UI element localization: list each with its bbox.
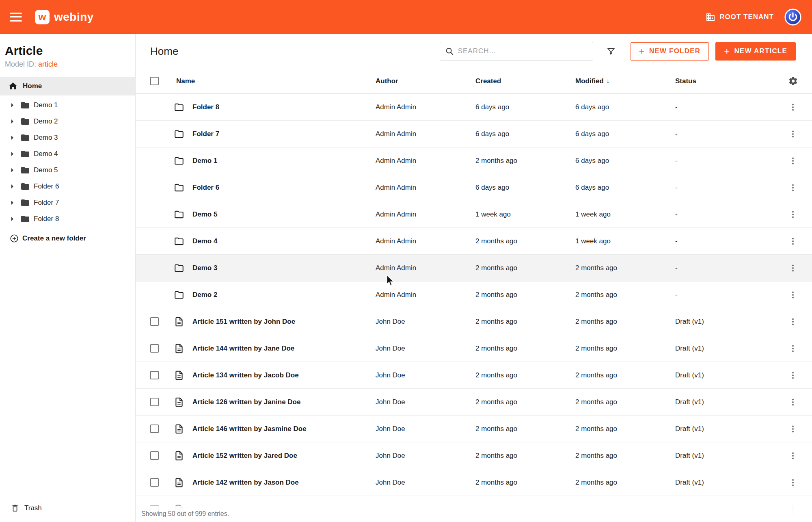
sidebar-folder-item[interactable]: Folder 6 <box>0 178 135 195</box>
chevron-right-icon[interactable] <box>7 165 17 175</box>
sidebar-folder-label: Demo 2 <box>34 117 58 126</box>
row-checkbox-cell <box>150 317 170 326</box>
kebab-menu-icon[interactable] <box>788 424 798 434</box>
row-icon-cell <box>170 156 192 166</box>
kebab-menu-icon[interactable] <box>788 451 798 461</box>
row-name-cell[interactable]: Article 134 written by Jacob Doe <box>192 371 376 379</box>
folder-icon <box>20 182 30 191</box>
row-checkbox[interactable] <box>150 344 159 353</box>
table-row[interactable]: Folder 8 Admin Admin 6 days ago 6 days a… <box>136 94 812 121</box>
funnel-icon <box>606 46 616 56</box>
hamburger-menu-icon[interactable] <box>10 13 22 22</box>
kebab-menu-icon[interactable] <box>788 183 798 193</box>
create-folder-button[interactable]: Create a new folder <box>0 230 135 247</box>
row-name-cell[interactable]: Article 151 written by John Doe <box>192 318 376 326</box>
table-row[interactable]: Demo 2 Admin Admin 2 months ago 2 months… <box>136 282 812 308</box>
kebab-menu-icon[interactable] <box>788 397 798 407</box>
sidebar-item-trash[interactable]: Trash <box>5 500 42 516</box>
row-name-cell[interactable]: Demo 5 <box>192 210 376 219</box>
row-name-cell[interactable]: Demo 3 <box>192 264 376 272</box>
kebab-menu-icon[interactable] <box>788 210 798 219</box>
column-header-modified[interactable]: Modified ↓ <box>575 77 675 85</box>
kebab-menu-icon[interactable] <box>788 129 798 139</box>
row-name-cell[interactable]: Article 142 written by Jason Doe <box>192 479 376 487</box>
webiny-logo[interactable]: w webiny <box>35 10 94 24</box>
row-name-cell[interactable]: Folder 6 <box>192 184 376 192</box>
column-header-created[interactable]: Created <box>475 77 575 85</box>
row-checkbox[interactable] <box>150 317 159 326</box>
sidebar-folder-item[interactable]: Demo 4 <box>0 146 135 162</box>
chevron-right-icon[interactable] <box>7 100 17 110</box>
row-status-badge: - <box>675 130 784 138</box>
chevron-right-icon[interactable] <box>7 198 17 208</box>
table-row[interactable]: Article 152 written by Jared Doe John Do… <box>136 442 812 469</box>
column-header-author[interactable]: Author <box>376 77 475 85</box>
column-header-name[interactable]: Name <box>170 77 376 85</box>
plus-icon: + <box>724 46 730 56</box>
row-name-cell[interactable]: Article 152 written by Jared Doe <box>192 452 376 460</box>
column-header-status[interactable]: Status <box>675 77 784 85</box>
chevron-right-icon[interactable] <box>7 182 17 191</box>
sidebar-folder-item[interactable]: Demo 5 <box>0 162 135 178</box>
kebab-menu-icon[interactable] <box>788 290 798 300</box>
kebab-menu-icon[interactable] <box>788 317 798 327</box>
table-row[interactable]: Article 146 written by Jasmine Doe John … <box>136 416 812 442</box>
table-header-row: Name Author Created Modified ↓ Status <box>136 69 812 94</box>
row-name-cell[interactable]: Article 126 written by Janine Doe <box>192 398 376 406</box>
chevron-right-icon[interactable] <box>7 214 17 224</box>
search-input[interactable] <box>458 47 588 55</box>
row-name-cell[interactable]: Folder 7 <box>192 130 376 138</box>
row-checkbox[interactable] <box>150 398 159 406</box>
row-checkbox[interactable] <box>150 425 159 433</box>
sidebar-item-home[interactable]: Home <box>0 77 135 95</box>
kebab-menu-icon[interactable] <box>788 370 798 380</box>
table-row[interactable]: Demo 1 Admin Admin 2 months ago 6 days a… <box>136 147 812 174</box>
table-row[interactable]: Article 151 written by John Doe John Doe… <box>136 308 812 335</box>
kebab-menu-icon[interactable] <box>788 344 798 353</box>
row-name-cell[interactable]: Article 144 written by Jane Doe <box>192 344 376 353</box>
kebab-menu-icon[interactable] <box>788 156 798 166</box>
folder-icon <box>20 198 30 208</box>
model-id-value[interactable]: article <box>38 60 58 68</box>
row-checkbox[interactable] <box>150 478 159 487</box>
gear-icon[interactable] <box>788 76 798 86</box>
new-folder-button[interactable]: + NEW FOLDER <box>631 42 709 61</box>
row-author: Admin Admin <box>376 184 475 192</box>
row-checkbox[interactable] <box>150 371 159 379</box>
chevron-right-icon[interactable] <box>7 149 17 159</box>
row-name-cell[interactable]: Article 146 written by Jasmine Doe <box>192 425 376 433</box>
kebab-menu-icon[interactable] <box>788 263 798 273</box>
new-article-button[interactable]: + NEW ARTICLE <box>715 42 796 61</box>
select-all-checkbox[interactable] <box>150 77 159 85</box>
sidebar-folder-item[interactable]: Demo 3 <box>0 130 135 146</box>
row-created: 2 months ago <box>475 264 575 272</box>
row-name-cell[interactable]: Demo 2 <box>192 291 376 299</box>
avatar[interactable] <box>784 9 801 26</box>
row-checkbox[interactable] <box>150 451 159 460</box>
table-row[interactable]: Demo 3 Admin Admin 2 months ago 2 months… <box>136 255 812 282</box>
table-row[interactable]: Article 144 written by Jane Doe John Doe… <box>136 335 812 362</box>
sidebar-folder-item[interactable]: Folder 8 <box>0 211 135 227</box>
table-row[interactable]: Article 126 written by Janine Doe John D… <box>136 389 812 416</box>
row-name-cell[interactable]: Demo 1 <box>192 157 376 165</box>
row-name-cell[interactable]: Demo 4 <box>192 237 376 245</box>
chevron-right-icon[interactable] <box>7 133 17 143</box>
sidebar-folder-item[interactable]: Demo 2 <box>0 113 135 130</box>
table-row[interactable]: Article 134 written by Jacob Doe John Do… <box>136 362 812 389</box>
sidebar-folder-item[interactable]: Demo 1 <box>0 97 135 113</box>
sidebar-folder-item[interactable]: Folder 7 <box>0 195 135 211</box>
row-name-cell[interactable]: Folder 8 <box>192 103 376 111</box>
tenant-selector[interactable]: ROOT TENANT <box>706 12 774 22</box>
table-row[interactable]: Demo 5 Admin Admin 1 week ago 1 week ago… <box>136 201 812 228</box>
table-row[interactable]: Folder 6 Admin Admin 6 days ago 6 days a… <box>136 174 812 201</box>
table-row[interactable]: Demo 4 Admin Admin 2 months ago 1 week a… <box>136 228 812 255</box>
filter-button[interactable] <box>605 45 618 58</box>
table-row[interactable]: Article 142 written by Jason Doe John Do… <box>136 469 812 496</box>
kebab-menu-icon[interactable] <box>788 478 798 487</box>
kebab-menu-icon[interactable] <box>788 236 798 246</box>
row-author: John Doe <box>376 344 475 353</box>
chevron-right-icon[interactable] <box>7 117 17 126</box>
table-row[interactable]: Folder 7 Admin Admin 6 days ago 6 days a… <box>136 121 812 147</box>
row-author: John Doe <box>376 479 475 487</box>
kebab-menu-icon[interactable] <box>788 102 798 112</box>
